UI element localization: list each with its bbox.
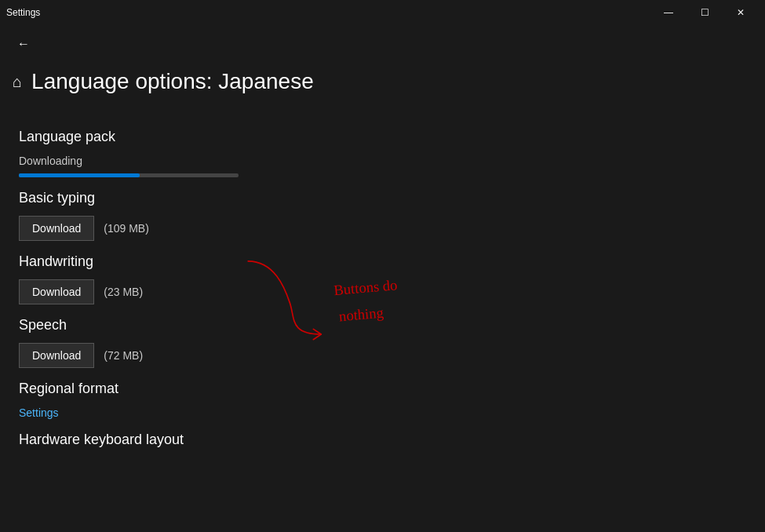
basic-typing-file-size: (109 MB): [104, 222, 149, 235]
home-icon: ⌂: [13, 73, 22, 91]
downloading-status: Downloading: [19, 155, 746, 167]
download-progress-fill: [19, 173, 140, 177]
handwriting-download-row: Download (23 MB): [19, 279, 746, 304]
download-progress-bar: [19, 173, 239, 177]
nav-bar: ←: [0, 25, 765, 63]
close-button[interactable]: ✕: [723, 0, 759, 25]
speech-download-button[interactable]: Download: [19, 343, 94, 368]
title-bar-controls: — ☐ ✕: [650, 0, 759, 25]
maximize-button[interactable]: ☐: [687, 0, 723, 25]
title-bar: Settings — ☐ ✕: [0, 0, 765, 25]
back-button[interactable]: ←: [9, 30, 38, 58]
content-area: Language pack Downloading Basic typing D…: [0, 110, 765, 464]
minimize-button[interactable]: —: [650, 0, 687, 25]
language-pack-title: Language pack: [19, 129, 746, 145]
regional-format-title: Regional format: [19, 381, 746, 397]
basic-typing-title: Basic typing: [19, 190, 746, 206]
page-header: ⌂ Language options: Japanese: [0, 63, 765, 110]
speech-file-size: (72 MB): [104, 349, 143, 362]
title-bar-left: Settings: [6, 7, 40, 18]
basic-typing-download-button[interactable]: Download: [19, 216, 94, 241]
hardware-keyboard-title: Hardware keyboard layout: [19, 432, 746, 448]
settings-app-title: Settings: [6, 7, 40, 18]
page-title: Language options: Japanese: [31, 69, 314, 94]
speech-download-row: Download (72 MB): [19, 343, 746, 368]
handwriting-file-size: (23 MB): [104, 286, 143, 298]
handwriting-download-button[interactable]: Download: [19, 279, 94, 304]
speech-title: Speech: [19, 317, 746, 333]
handwriting-title: Handwriting: [19, 253, 746, 270]
regional-format-settings-link[interactable]: Settings: [19, 406, 746, 419]
basic-typing-download-row: Download (109 MB): [19, 216, 746, 241]
